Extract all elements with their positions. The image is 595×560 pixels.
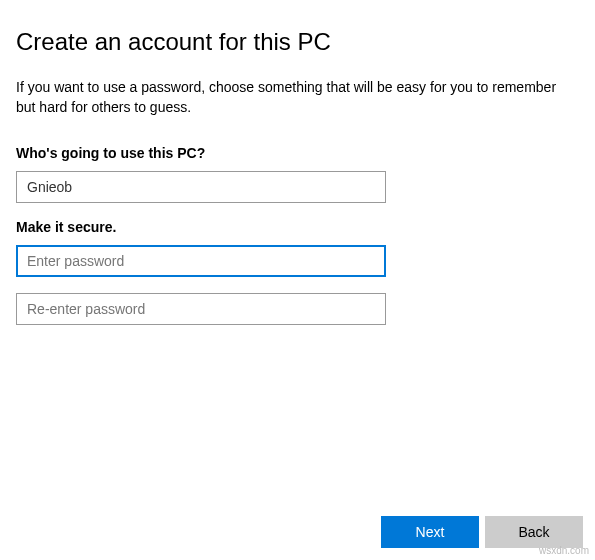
password-section-label: Make it secure. xyxy=(16,219,579,235)
page-title: Create an account for this PC xyxy=(16,28,579,56)
confirm-password-input[interactable] xyxy=(16,293,386,325)
footer-buttons: Next Back xyxy=(381,516,583,548)
page-description: If you want to use a password, choose so… xyxy=(16,78,579,117)
next-button[interactable]: Next xyxy=(381,516,479,548)
username-input[interactable] xyxy=(16,171,386,203)
back-button[interactable]: Back xyxy=(485,516,583,548)
password-input[interactable] xyxy=(16,245,386,277)
username-section-label: Who's going to use this PC? xyxy=(16,145,579,161)
setup-form: Create an account for this PC If you wan… xyxy=(0,0,595,325)
